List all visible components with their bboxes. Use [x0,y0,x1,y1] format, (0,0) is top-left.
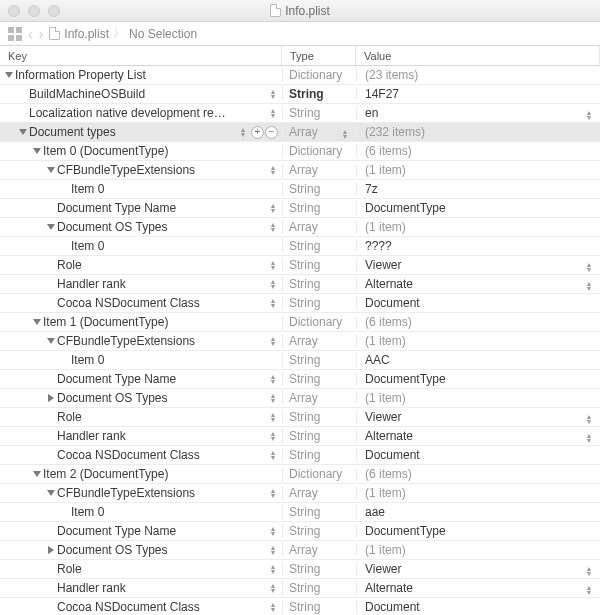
breadcrumb[interactable]: Info.plist 〉 No Selection [49,25,197,42]
cell-value[interactable]: Document [356,448,600,462]
key-popup-stepper-icon[interactable]: ▲▼ [268,296,278,310]
cell-key[interactable]: Item 2 (DocumentType) [0,467,282,481]
cell-type[interactable]: String [282,524,356,538]
disclosure-triangle-icon[interactable] [5,72,13,78]
cell-value[interactable]: DocumentType [356,201,600,215]
key-popup-stepper-icon[interactable]: ▲▼ [268,201,278,215]
cell-value[interactable]: Alternate [356,429,600,443]
disclosure-triangle-icon[interactable] [19,129,27,135]
type-popup-stepper-icon[interactable] [340,127,350,141]
cell-value[interactable]: ???? [356,239,600,253]
cell-value[interactable]: aae [356,505,600,519]
table-row[interactable]: Role▲▼StringViewer [0,256,600,275]
disclosure-triangle-icon[interactable] [47,167,55,173]
cell-key[interactable]: Document OS Types▲▼ [0,543,282,557]
key-popup-stepper-icon[interactable]: ▲▼ [268,410,278,424]
cell-key[interactable]: Document OS Types▲▼ [0,220,282,234]
cell-key[interactable]: Document Type Name▲▼ [0,524,282,538]
cell-value[interactable]: Document [356,600,600,614]
key-popup-stepper-icon[interactable]: ▲▼ [268,163,278,177]
table-row[interactable]: Document Type Name▲▼StringDocumentType [0,199,600,218]
table-row[interactable]: Handler rank▲▼StringAlternate [0,579,600,598]
cell-value[interactable]: DocumentType [356,372,600,386]
table-row[interactable]: Document OS Types▲▼Array(1 item) [0,541,600,560]
table-row[interactable]: Item 0StringAAC [0,351,600,370]
value-popup-stepper-icon[interactable] [584,279,594,293]
cell-type[interactable]: String [282,353,356,367]
value-popup-stepper-icon[interactable] [584,412,594,426]
table-row[interactable]: Document OS Types▲▼Array(1 item) [0,389,600,408]
cell-type[interactable]: String [282,201,356,215]
key-popup-stepper-icon[interactable]: ▲▼ [268,106,278,120]
disclosure-triangle-icon[interactable] [48,546,54,554]
cell-value[interactable]: en [356,106,600,120]
key-popup-stepper-icon[interactable]: ▲▼ [268,87,278,101]
table-row[interactable]: Information Property ListDictionary(23 i… [0,66,600,85]
cell-type[interactable]: Array [282,163,356,177]
close-window-icon[interactable] [8,5,20,17]
cell-type[interactable]: String [282,182,356,196]
disclosure-triangle-icon[interactable] [47,490,55,496]
disclosure-triangle-icon[interactable] [47,224,55,230]
cell-key[interactable]: Cocoa NSDocument Class▲▼ [0,448,282,462]
cell-value[interactable]: Viewer [356,562,600,576]
cell-value[interactable]: Document [356,296,600,310]
cell-key[interactable]: Item 0 [0,239,282,253]
value-popup-stepper-icon[interactable] [584,431,594,445]
cell-type[interactable]: Array [282,125,356,139]
key-popup-stepper-icon[interactable]: ▲▼ [268,562,278,576]
value-popup-stepper-icon[interactable] [584,583,594,597]
table-row[interactable]: Cocoa NSDocument Class▲▼StringDocument [0,294,600,313]
cell-key[interactable]: Item 0 [0,182,282,196]
table-row[interactable]: CFBundleTypeExtensions▲▼Array(1 item) [0,484,600,503]
key-popup-stepper-icon[interactable]: ▲▼ [268,277,278,291]
cell-value[interactable]: Alternate [356,581,600,595]
key-popup-stepper-icon[interactable]: ▲▼ [268,429,278,443]
table-row[interactable]: Cocoa NSDocument Class▲▼StringDocument [0,598,600,615]
cell-type[interactable]: String [282,562,356,576]
cell-type[interactable]: Dictionary [282,467,356,481]
key-popup-stepper-icon[interactable]: ▲▼ [268,600,278,614]
cell-key[interactable]: Document types▲▼+− [0,125,282,139]
key-popup-stepper-icon[interactable]: ▲▼ [268,220,278,234]
cell-value[interactable]: 14F27 [356,87,600,101]
cell-value[interactable]: AAC [356,353,600,367]
plist-outline[interactable]: Information Property ListDictionary(23 i… [0,66,600,615]
cell-value[interactable]: Viewer [356,258,600,272]
key-popup-stepper-icon[interactable]: ▲▼ [268,391,278,405]
table-row[interactable]: Item 0 (DocumentType)Dictionary(6 items) [0,142,600,161]
key-popup-stepper-icon[interactable]: ▲▼ [268,486,278,500]
layout-grid-icon[interactable] [8,27,22,41]
key-popup-stepper-icon[interactable]: ▲▼ [268,334,278,348]
cell-key[interactable]: Item 0 [0,505,282,519]
cell-type[interactable]: Array [282,543,356,557]
table-row[interactable]: Document Type Name▲▼StringDocumentType [0,370,600,389]
cell-key[interactable]: Role▲▼ [0,562,282,576]
cell-type[interactable]: Dictionary [282,68,356,82]
cell-type[interactable]: String [282,505,356,519]
cell-key[interactable]: Item 0 (DocumentType) [0,144,282,158]
table-row[interactable]: Item 0String???? [0,237,600,256]
cell-key[interactable]: Item 1 (DocumentType) [0,315,282,329]
cell-type[interactable]: String [282,277,356,291]
key-popup-stepper-icon[interactable]: ▲▼ [268,372,278,386]
disclosure-triangle-icon[interactable] [48,394,54,402]
cell-key[interactable]: Role▲▼ [0,410,282,424]
key-popup-stepper-icon[interactable]: ▲▼ [268,258,278,272]
cell-value[interactable]: 7z [356,182,600,196]
table-row[interactable]: BuildMachineOSBuild▲▼String14F27 [0,85,600,104]
key-popup-stepper-icon[interactable]: ▲▼ [268,448,278,462]
table-row[interactable]: Handler rank▲▼StringAlternate [0,427,600,446]
table-row[interactable]: CFBundleTypeExtensions▲▼Array(1 item) [0,161,600,180]
cell-value[interactable]: DocumentType [356,524,600,538]
column-value[interactable]: Value [356,46,600,65]
cell-key[interactable]: Item 0 [0,353,282,367]
cell-type[interactable]: String [282,429,356,443]
plus-icon[interactable]: + [251,126,264,139]
cell-type[interactable]: Array [282,334,356,348]
cell-type[interactable]: Dictionary [282,315,356,329]
cell-value[interactable]: Viewer [356,410,600,424]
cell-key[interactable]: Handler rank▲▼ [0,277,282,291]
value-popup-stepper-icon[interactable] [584,108,594,122]
cell-value[interactable]: Alternate [356,277,600,291]
